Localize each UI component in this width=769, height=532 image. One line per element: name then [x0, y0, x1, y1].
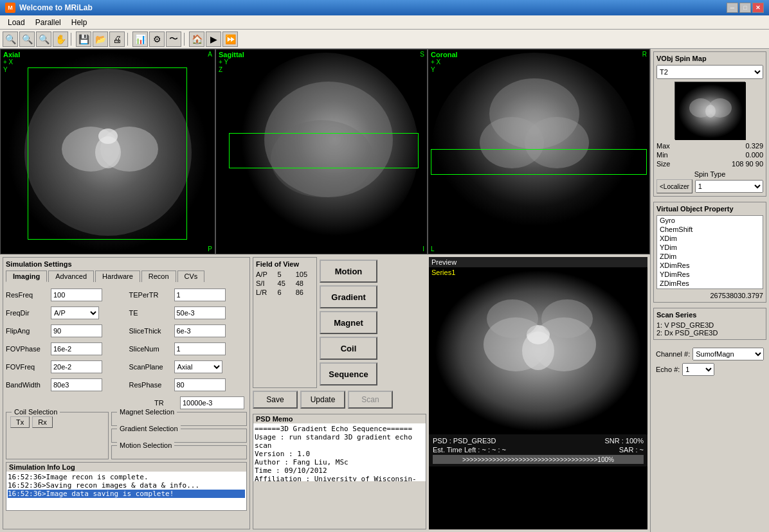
bandwidth-input[interactable] [51, 378, 102, 391]
preview-label: Preview [429, 257, 647, 267]
vobj-title: VObj Spin Map [656, 55, 763, 62]
coil-selection-title: Coil Selection [12, 408, 60, 416]
res-phase-input[interactable] [174, 378, 226, 391]
vop-item-xdimres[interactable]: XDimRes [657, 261, 763, 270]
action-buttons: Save Update Scan [253, 388, 426, 411]
title-controls: ─ □ ✕ [727, 3, 764, 13]
menu-help[interactable]: Help [66, 17, 93, 28]
size-value: 108 90 90 [710, 160, 763, 168]
tab-hardware[interactable]: Hardware [95, 270, 140, 282]
axial-corner-top: A [208, 51, 212, 58]
vop-item-ydimres[interactable]: YDimRes [657, 270, 763, 279]
te-per-tr-input[interactable] [174, 288, 226, 301]
toolbar-save[interactable]: 💾 [76, 31, 91, 47]
preview-info: PSD : PSD_GRE3D SNR : 100% Est. Time Lef… [429, 434, 647, 466]
sim-buttons-panel: Motion Gradient Magnet Coil Sequence [320, 257, 377, 388]
log-line-1: 16:52:36>Saving recon images & data & in… [8, 481, 245, 490]
coil-button[interactable]: Coil [320, 337, 377, 360]
freq-dir-select[interactable]: A/PS/IL/R [51, 306, 99, 319]
vop-item-chemshift[interactable]: ChemShift [657, 225, 763, 234]
motion-button[interactable]: Motion [320, 260, 377, 283]
close-button[interactable]: ✕ [752, 3, 764, 13]
res-phase-row: ResPhase [129, 378, 248, 391]
echo-select[interactable]: 12 [682, 363, 714, 376]
toolbar-chart[interactable]: 📊 [132, 31, 148, 47]
vop-item-zdimres[interactable]: ZDimRes [657, 279, 763, 288]
tab-recon[interactable]: Recon [141, 270, 176, 282]
vop-title: Virtual Object Property [656, 205, 763, 213]
coronal-label: Coronal [431, 51, 458, 58]
coil-row: Tx Rx [10, 414, 104, 428]
localizer-button[interactable]: <Localizer [656, 179, 692, 193]
axial-viewport[interactable]: Axial + X Y A P [0, 49, 215, 254]
gradient-button[interactable]: Gradient [320, 285, 377, 308]
toolbar-print[interactable]: 🖨 [109, 31, 125, 47]
vop-item-gyro[interactable]: Gyro [657, 216, 763, 225]
gradient-selection-group: Gradient Selection [111, 429, 247, 443]
tab-imaging[interactable]: Imaging [6, 270, 47, 282]
toolbar-open[interactable]: 📂 [93, 31, 108, 47]
slice-num-input[interactable] [174, 342, 226, 355]
vop-item-zdim[interactable]: ZDim [657, 252, 763, 261]
toolbar-zoom-fit[interactable]: 🔍 [36, 31, 51, 47]
fov-freq-input[interactable] [51, 360, 102, 373]
menu-load[interactable]: Load [3, 17, 30, 28]
axial-corner-bottom: P [208, 245, 212, 253]
sagittal-corner-bottom: I [422, 245, 424, 253]
flip-ang-input[interactable] [51, 324, 102, 337]
toolbar-zoom-in[interactable]: 🔍 [3, 31, 18, 47]
tab-advanced[interactable]: Advanced [48, 270, 94, 282]
vop-item-xdim[interactable]: XDim [657, 234, 763, 243]
maximize-button[interactable]: □ [739, 3, 751, 13]
coronal-y-label: Y [431, 66, 435, 73]
channel-select[interactable]: SumofMagnMagnitude [692, 348, 764, 360]
fov-phase-input[interactable] [51, 342, 102, 355]
menu-parallel[interactable]: Parallel [30, 17, 66, 28]
spin-map-select[interactable]: T2T1PD [656, 65, 763, 79]
fov-lr-v1: 6 [278, 288, 292, 296]
coil-selection-group: Coil Selection Tx Rx [6, 412, 109, 459]
toolbar-zoom-out[interactable]: 🔍 [19, 31, 35, 47]
spin-type-label: Spin Type [656, 170, 763, 178]
vop-list[interactable]: Gyro ChemShift XDim YDim ZDim XDimRes YD… [656, 215, 763, 289]
menu-bar: Load Parallel Help [0, 15, 769, 30]
coil-rx-button[interactable]: Rx [32, 416, 52, 428]
bandwidth-row: BandWidth [6, 378, 124, 391]
scan-plane-select[interactable]: AxialSagittalCoronal [174, 360, 222, 373]
toolbar-home[interactable]: 🏠 [189, 31, 204, 47]
magnet-button[interactable]: Magnet [320, 311, 377, 334]
vop-item-ydim[interactable]: YDim [657, 243, 763, 252]
virtual-object-property-panel: Virtual Object Property Gyro ChemShift X… [653, 202, 766, 303]
psd-line-5: Affiliation : University of Wisconsin-Ma… [255, 475, 424, 481]
fov-freq-row: FOVFreq [6, 360, 124, 373]
toolbar-wave[interactable]: 〜 [166, 31, 181, 47]
coronal-viewport[interactable]: Coronal + X Y R L [428, 49, 650, 254]
spin-type-select[interactable]: 123 [695, 180, 763, 193]
sagittal-viewport[interactable]: Sagittal + Y Z S I [215, 49, 428, 254]
tr-input[interactable] [180, 396, 244, 409]
coil-tx-button[interactable]: Tx [10, 416, 30, 428]
toolbar-gear[interactable]: ⚙ [149, 31, 165, 47]
update-button[interactable]: Update [300, 391, 345, 409]
coronal-x-label: + X [431, 58, 440, 66]
save-button[interactable]: Save [253, 391, 298, 409]
minimize-button[interactable]: ─ [727, 3, 738, 13]
slice-thick-input[interactable] [174, 324, 226, 337]
vobj-panel: VObj Spin Map T2T1PD [653, 51, 766, 197]
te-input[interactable] [174, 306, 226, 319]
toolbar-fast-forward[interactable]: ⏩ [222, 31, 238, 47]
fov-ap-v2: 105 [296, 270, 314, 278]
scan-series-panel: Scan Series 1: V PSD_GRE3D 2: Dx PSD_GRE… [653, 308, 766, 340]
sequence-button[interactable]: Sequence [320, 362, 377, 386]
slice-thick-label: SliceThick [129, 327, 174, 335]
toolbar: 🔍 🔍 🔍 ✋ 💾 📂 🖨 📊 ⚙ 〜 🏠 ▶ ⏩ [0, 30, 769, 49]
res-freq-input[interactable] [51, 288, 102, 301]
svg-point-22 [487, 299, 538, 338]
scan-button[interactable]: Scan [348, 391, 393, 409]
sagittal-y-label: Z [219, 66, 222, 73]
fov-freq-label: FOVFreq [6, 363, 51, 371]
toolbar-run[interactable]: ▶ [206, 31, 221, 47]
flip-ang-label: FlipAng [6, 327, 51, 335]
tab-cvs[interactable]: CVs [177, 270, 205, 282]
toolbar-pan[interactable]: ✋ [53, 31, 68, 47]
